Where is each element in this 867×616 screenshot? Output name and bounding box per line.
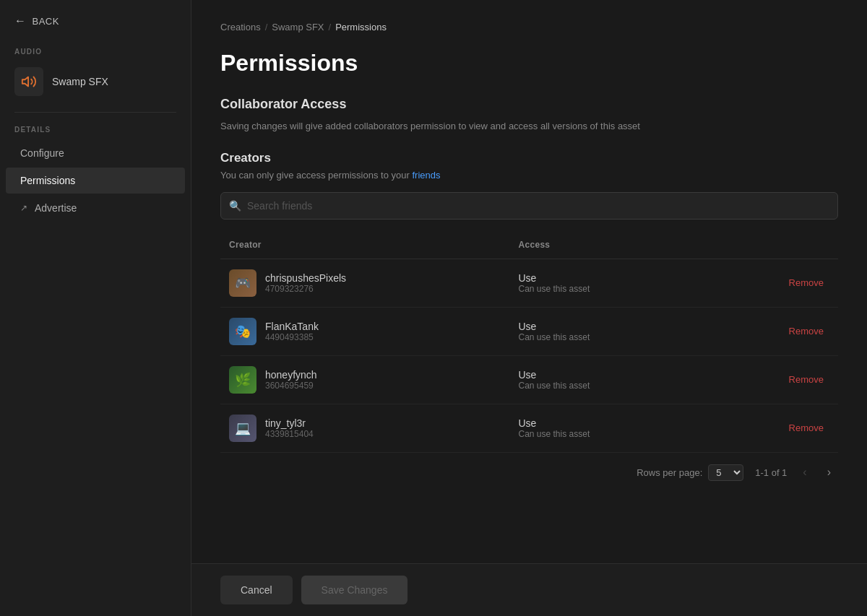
search-icon: 🔍 [229, 200, 241, 212]
audio-item[interactable]: Swamp SFX [0, 60, 191, 103]
collaborator-access-desc: Saving changes will give added collabora… [220, 119, 838, 134]
collaborator-access-title: Collaborator Access [220, 97, 838, 112]
creator-name-1: FlanKaTank [265, 321, 319, 332]
access-desc-0: Can use this asset [519, 284, 692, 294]
sidebar-divider [14, 112, 176, 113]
access-label-2: Use [519, 369, 692, 381]
remove-button-2[interactable]: Remove [783, 371, 829, 388]
breadcrumb-sep-1: / [265, 22, 268, 32]
avatar-2: 🌿 [229, 366, 256, 394]
save-changes-button[interactable]: Save Changes [301, 576, 408, 604]
friends-link[interactable]: friends [412, 170, 440, 181]
breadcrumb-sep-2: / [329, 22, 332, 32]
rows-per-page-label: Rows per page: [637, 467, 702, 478]
access-cell-3: Use Can use this asset [510, 404, 701, 452]
access-label-3: Use [519, 417, 692, 429]
access-label-0: Use [519, 272, 692, 284]
breadcrumb-swamp-sfx[interactable]: Swamp SFX [272, 22, 324, 32]
remove-button-3[interactable]: Remove [783, 420, 829, 436]
creator-id-0: 4709323276 [265, 284, 346, 294]
actions-cell-2: Remove [701, 355, 838, 404]
page-title: Permissions [220, 50, 838, 77]
footer-bar: Cancel Save Changes [191, 563, 867, 616]
search-container: 🔍 [220, 192, 838, 220]
sidebar: ← BACK AUDIO Swamp SFX DETAILS Configure… [0, 0, 191, 616]
audio-section-label: AUDIO [0, 42, 191, 60]
creator-cell-3: 💻 tiny_tyl3r 4339815404 [220, 404, 510, 452]
actions-cell-0: Remove [701, 259, 838, 307]
col-creator: Creator [220, 234, 510, 259]
actions-cell-3: Remove [701, 404, 838, 452]
external-link-icon: ↗ [20, 203, 27, 213]
col-actions [701, 234, 838, 259]
creator-name-2: honeyfynch [265, 369, 317, 381]
pagination-next[interactable]: › [823, 464, 835, 480]
access-desc-1: Can use this asset [519, 332, 692, 342]
creator-id-3: 4339815404 [265, 429, 314, 439]
avatar-1: 🎭 [229, 318, 256, 345]
creator-name-0: chrispushesPixels [265, 272, 346, 284]
configure-label: Configure [20, 147, 64, 159]
search-input[interactable] [220, 192, 838, 220]
access-label-1: Use [519, 321, 692, 332]
breadcrumb-permissions: Permissions [335, 22, 387, 32]
access-cell-0: Use Can use this asset [510, 259, 701, 307]
creator-cell-0: 🎮 chrispushesPixels 4709323276 [220, 259, 510, 307]
back-button[interactable]: ← BACK [0, 0, 191, 42]
creators-title: Creators [220, 151, 838, 165]
sidebar-item-permissions[interactable]: Permissions [6, 168, 185, 194]
creator-name-3: tiny_tyl3r [265, 417, 314, 429]
table-row: 🌿 honeyfynch 3604695459 Use Can use this… [220, 355, 838, 404]
remove-button-0[interactable]: Remove [783, 274, 829, 291]
col-access: Access [510, 234, 701, 259]
breadcrumb-creations[interactable]: Creations [220, 22, 261, 32]
audio-icon-wrapper [14, 67, 43, 96]
creator-cell-1: 🎭 FlanKaTank 4490493385 [220, 307, 510, 355]
pagination-info: 1-1 of 1 [755, 467, 787, 478]
actions-cell-1: Remove [701, 307, 838, 355]
access-cell-2: Use Can use this asset [510, 355, 701, 404]
back-arrow-icon: ← [14, 14, 27, 27]
rows-per-page-control: Rows per page: 5 10 25 [637, 464, 743, 481]
creators-sub-prefix: You can only give access permissions to … [220, 170, 412, 181]
svg-marker-0 [22, 77, 28, 87]
permissions-label: Permissions [20, 175, 75, 186]
remove-button-1[interactable]: Remove [783, 323, 829, 339]
table-row: 💻 tiny_tyl3r 4339815404 Use Can use this… [220, 404, 838, 452]
creators-table: Creator Access 🎮 chrispushesPixels 47093… [220, 234, 838, 453]
sidebar-item-advertise[interactable]: ↗ Advertise [6, 195, 185, 221]
creators-subtitle: You can only give access permissions to … [220, 170, 838, 181]
back-label: BACK [33, 16, 59, 27]
table-footer: Rows per page: 5 10 25 1-1 of 1 ‹ › [220, 453, 838, 487]
details-section-label: DETAILS [0, 121, 191, 139]
creator-cell-2: 🌿 honeyfynch 3604695459 [220, 355, 510, 404]
avatar-3: 💻 [229, 415, 256, 442]
main-content-area: Creations / Swamp SFX / Permissions Perm… [191, 0, 867, 616]
access-desc-3: Can use this asset [519, 429, 692, 439]
breadcrumb: Creations / Swamp SFX / Permissions [220, 22, 838, 32]
creator-id-1: 4490493385 [265, 332, 319, 342]
audio-name: Swamp SFX [52, 76, 108, 87]
cancel-button[interactable]: Cancel [220, 576, 293, 604]
table-header-row: Creator Access [220, 234, 838, 259]
access-cell-1: Use Can use this asset [510, 307, 701, 355]
advertise-label: Advertise [35, 202, 77, 214]
rows-per-page-select[interactable]: 5 10 25 [708, 464, 743, 481]
pagination-prev[interactable]: ‹ [798, 464, 811, 480]
table-row: 🎮 chrispushesPixels 4709323276 Use Can u… [220, 259, 838, 307]
access-desc-2: Can use this asset [519, 381, 692, 391]
audio-icon [21, 74, 37, 90]
creator-id-2: 3604695459 [265, 381, 317, 391]
table-row: 🎭 FlanKaTank 4490493385 Use Can use this… [220, 307, 838, 355]
avatar-0: 🎮 [229, 269, 256, 297]
sidebar-item-configure[interactable]: Configure [6, 140, 185, 166]
